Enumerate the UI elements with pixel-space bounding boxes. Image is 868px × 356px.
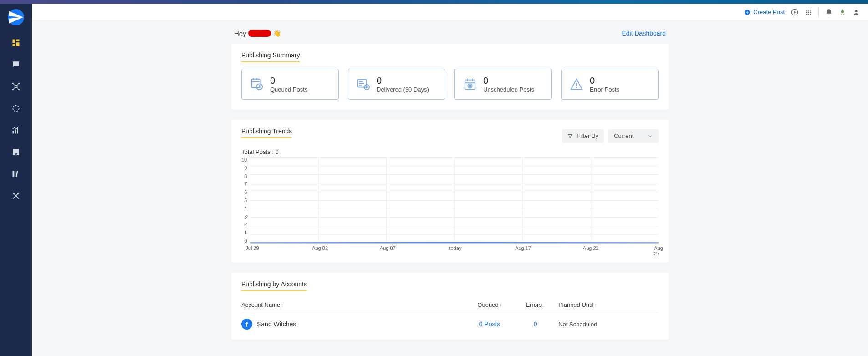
rocket-icon[interactable] (839, 9, 846, 16)
filter-icon (567, 133, 573, 139)
tile-value: 0 (483, 76, 534, 86)
svg-rect-28 (810, 14, 811, 15)
sidebar-item-connect[interactable] (11, 82, 20, 91)
account-name: Sand Witches (257, 320, 296, 328)
y-tick: 7 (244, 181, 247, 187)
svg-rect-3 (13, 44, 15, 46)
svg-rect-22 (810, 10, 811, 11)
y-tick: 5 (244, 198, 247, 203)
publishing-accounts-card: Publishing by Accounts Account Name↑ Que… (231, 273, 669, 340)
facebook-icon: f (241, 319, 252, 330)
account-errors-value[interactable]: 0 (512, 320, 558, 328)
svg-rect-23 (806, 11, 807, 13)
sidebar (0, 4, 32, 356)
redacted-name (248, 30, 271, 37)
unscheduled-icon (463, 77, 477, 91)
accounts-title: Publishing by Accounts (241, 280, 307, 291)
y-tick: 0 (244, 238, 247, 244)
y-tick: 1 (244, 230, 247, 235)
trends-chart: 10 9 8 7 6 5 4 3 2 1 0 (241, 157, 659, 244)
total-posts-label: Total Posts : 0 (241, 148, 659, 155)
y-tick: 9 (244, 165, 247, 171)
filter-by-label: Filter By (577, 132, 598, 139)
col-planned-until[interactable]: Planned Until↑ (558, 301, 659, 308)
sidebar-item-messages[interactable] (11, 60, 20, 69)
tile-delivered[interactable]: 0 Delivered (30 Days) (348, 69, 445, 100)
sidebar-item-dashboard[interactable] (11, 38, 20, 47)
col-errors[interactable]: Errors↓ (512, 301, 558, 308)
summary-title: Publishing Summary (241, 51, 300, 62)
svg-rect-24 (808, 11, 809, 13)
tile-label: Queued Posts (270, 86, 307, 93)
x-tick: Aug 27 (654, 245, 663, 256)
error-icon (570, 77, 583, 91)
x-tick: Aug 17 (515, 245, 531, 251)
publishing-summary-card: Publishing Summary 0 Queued Posts 0 D (231, 44, 669, 110)
tile-label: Delivered (30 Days) (377, 86, 429, 93)
svg-rect-14 (15, 171, 16, 177)
chart-line-series (250, 242, 659, 243)
tile-unscheduled[interactable]: 0 Unscheduled Posts (454, 69, 552, 100)
tile-value: 0 (270, 76, 307, 86)
svg-rect-27 (808, 14, 809, 15)
topbar: Create Post (32, 4, 868, 21)
svg-rect-25 (810, 11, 811, 13)
tile-label: Error Posts (590, 86, 619, 93)
svg-rect-10 (13, 131, 14, 134)
greeting-text: Hey 👋 (234, 29, 281, 37)
svg-rect-26 (806, 14, 807, 15)
y-tick: 2 (244, 222, 247, 227)
period-select-value: Current (614, 132, 633, 139)
x-tick: Aug 07 (380, 245, 396, 251)
app-logo[interactable] (8, 9, 24, 25)
play-icon[interactable] (791, 9, 798, 16)
svg-rect-20 (806, 10, 807, 11)
apps-grid-icon[interactable] (805, 9, 812, 16)
svg-point-9 (13, 105, 19, 111)
sidebar-item-target[interactable] (11, 104, 20, 113)
tile-queued-posts[interactable]: 0 Queued Posts (241, 69, 339, 100)
account-queued-value[interactable]: 0 Posts (467, 320, 513, 328)
sidebar-item-inbox[interactable] (11, 147, 20, 157)
plus-circle-icon (744, 9, 751, 15)
sidebar-item-library[interactable] (11, 169, 20, 178)
bell-icon[interactable] (825, 9, 832, 16)
svg-point-36 (576, 87, 577, 88)
svg-rect-13 (13, 171, 14, 177)
period-select[interactable]: Current (608, 129, 659, 143)
tile-error-posts[interactable]: 0 Error Posts (561, 69, 659, 100)
user-icon[interactable] (853, 9, 860, 16)
tile-label: Unscheduled Posts (483, 86, 534, 93)
x-tick: today (449, 245, 462, 251)
edit-dashboard-link[interactable]: Edit Dashboard (622, 30, 666, 37)
wave-emoji: 👋 (273, 29, 281, 37)
tile-value: 0 (377, 76, 429, 86)
account-planned-value: Not Scheduled (558, 321, 659, 328)
sidebar-item-tools[interactable] (11, 191, 20, 200)
svg-rect-11 (15, 129, 16, 133)
sidebar-item-analytics[interactable] (11, 126, 20, 135)
y-tick: 6 (244, 189, 247, 195)
x-tick: Jul 29 (245, 245, 259, 251)
top-gradient-strip (0, 0, 868, 4)
col-queued[interactable]: Queued↑ (467, 301, 513, 308)
paperplane-icon (8, 9, 24, 25)
svg-rect-2 (16, 42, 20, 46)
chart-x-axis: Jul 29 Aug 02 Aug 07 today Aug 17 Aug 22… (252, 244, 659, 253)
x-tick: Aug 22 (583, 245, 599, 251)
y-tick: 8 (244, 173, 247, 179)
filter-by-button[interactable]: Filter By (562, 129, 604, 143)
create-post-button[interactable]: Create Post (744, 9, 785, 15)
svg-point-16 (13, 193, 14, 194)
queue-icon (250, 77, 264, 91)
chart-y-axis: 10 9 8 7 6 5 4 3 2 1 0 (241, 157, 250, 244)
svg-rect-0 (13, 40, 15, 43)
y-tick: 10 (241, 157, 247, 163)
account-row[interactable]: f Sand Witches 0 Posts 0 Not Scheduled (241, 313, 659, 330)
delivered-icon (357, 77, 370, 91)
svg-point-29 (855, 10, 857, 12)
chevron-down-icon (648, 133, 653, 139)
tile-value: 0 (590, 76, 619, 86)
y-tick: 4 (244, 206, 247, 211)
col-account-name[interactable]: Account Name↑ (241, 301, 467, 308)
